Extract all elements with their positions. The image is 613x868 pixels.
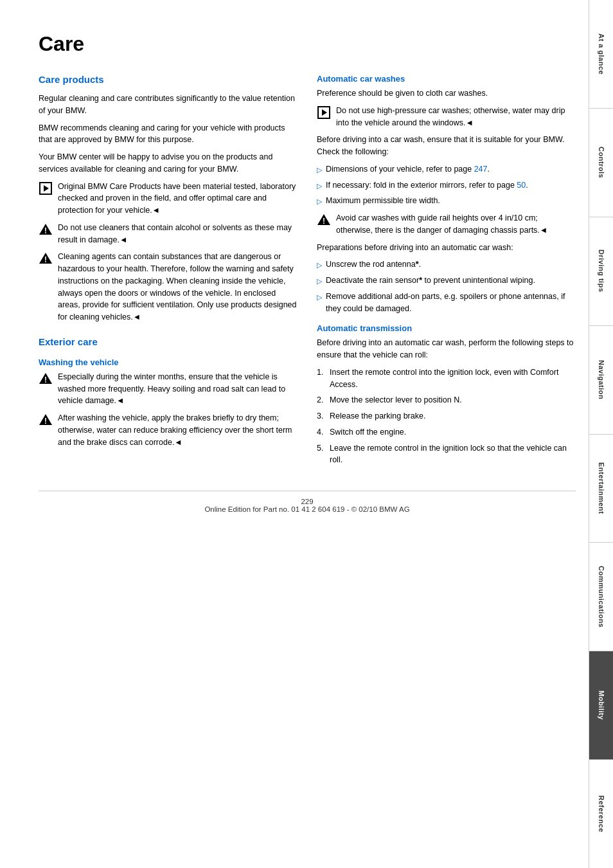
carwash-note1-text: Do not use high-pressure car washes; oth… — [336, 105, 576, 129]
prep-item1: Unscrew the rod antenna*. — [326, 258, 421, 271]
list-item: ▷ Deactivate the rain sensor* to prevent… — [317, 275, 576, 287]
care-products-body3: Your BMW center will be happy to advise … — [39, 151, 298, 176]
page-footer: 229 Online Edition for Part no. 01 41 2 … — [39, 491, 576, 513]
auto-transmission-title: Automatic transmission — [317, 323, 576, 333]
care-warning1-text: Do not use cleaners that contain alcohol… — [58, 222, 298, 246]
play-outline-icon — [39, 182, 52, 195]
sidebar-tab-controls[interactable]: Controls — [589, 109, 613, 217]
sidebar: At a glance Controls Driving tips Naviga… — [589, 0, 613, 868]
auto-carwash-body2: Before driving into a car wash, ensure t… — [317, 134, 576, 158]
carwash-note1: Do not use high-pressure car washes; oth… — [317, 105, 576, 129]
page-number: 229 — [39, 498, 576, 505]
carwash-checklist: ▷ Dimensions of your vehicle, refer to p… — [317, 163, 576, 207]
exterior-care-title: Exterior care — [39, 336, 298, 348]
bullet-arrow-icon: ▷ — [317, 165, 322, 176]
sidebar-tab-communications[interactable]: Communications — [589, 543, 613, 651]
care-warning1: ! Do not use cleaners that contain alcoh… — [39, 222, 298, 246]
warning-icon2: ! — [39, 252, 53, 264]
sidebar-tab-mobility[interactable]: Mobility — [589, 651, 613, 760]
auto-transmission-body1: Before driving into an automatic car was… — [317, 337, 576, 361]
sidebar-tab-navigation[interactable]: Navigation — [589, 326, 613, 435]
list-item: 4. Switch off the engine. — [317, 426, 576, 439]
step1-text: Insert the remote control into the ignit… — [330, 366, 576, 391]
step2-text: Move the selector lever to position N. — [330, 394, 462, 406]
svg-text:!: ! — [44, 417, 47, 426]
sidebar-tab-entertainment[interactable]: Entertainment — [589, 435, 613, 543]
washing-note2: ! After washing the vehicle, apply the b… — [39, 412, 298, 448]
bullet-arrow-icon: ▷ — [317, 276, 322, 287]
auto-carwash-body3: Preparations before driving into an auto… — [317, 242, 576, 254]
step-num: 3. — [317, 410, 326, 422]
play-icon — [39, 181, 53, 195]
play-icon2 — [317, 105, 331, 120]
carwash-prep-list: ▷ Unscrew the rod antenna*. ▷ Deactivate… — [317, 258, 576, 314]
prep-item2: Deactivate the rain sensor* to prevent u… — [326, 275, 535, 287]
step-num: 1. — [317, 366, 326, 379]
sidebar-tab-reference[interactable]: Reference — [589, 760, 613, 868]
step3-text: Release the parking brake. — [330, 410, 425, 422]
bullet-arrow-icon: ▷ — [317, 181, 322, 192]
sidebar-tab-at-a-glance[interactable]: At a glance — [589, 0, 613, 109]
svg-text:!: ! — [323, 217, 325, 226]
care-products-title: Care products — [39, 74, 298, 86]
care-warning2: ! Cleaning agents can contain substances… — [39, 251, 298, 323]
svg-text:!: ! — [44, 375, 47, 384]
carwash-warning1: ! Avoid car washes with guide rail heigh… — [317, 212, 576, 237]
washing-note2-text: After washing the vehicle, apply the bra… — [58, 412, 298, 448]
two-column-layout: Care products Regular cleaning and care … — [39, 74, 576, 471]
list-item: 1. Insert the remote control into the ig… — [317, 366, 576, 391]
ref-50[interactable]: 50 — [517, 181, 526, 190]
washing-note1-text: Especially during the winter months, ens… — [58, 371, 298, 407]
transmission-steps: 1. Insert the remote control into the ig… — [317, 366, 576, 466]
washing-note1: ! Especially during the winter months, e… — [39, 371, 298, 407]
list-item: 2. Move the selector lever to position N… — [317, 394, 576, 406]
carwash-warning1-text: Avoid car washes with guide rail heights… — [336, 212, 576, 237]
bullet-arrow-icon: ▷ — [317, 292, 322, 303]
ref-247[interactable]: 247 — [474, 165, 488, 174]
main-content: Care Care products Regular cleaning and … — [0, 0, 589, 868]
care-warning2-text: Cleaning agents can contain substances t… — [58, 251, 298, 323]
list-item: ▷ Dimensions of your vehicle, refer to p… — [317, 163, 576, 176]
care-products-body1: Regular cleaning and care contributes si… — [39, 93, 298, 117]
warning-icon4: ! — [39, 413, 53, 426]
svg-text:!: ! — [44, 255, 47, 264]
washing-vehicle-title: Washing the vehicle — [39, 357, 298, 367]
list-item: 5. Leave the remote control in the ignit… — [317, 442, 576, 467]
care-note1-text: Original BMW Care Products have been mat… — [58, 181, 298, 217]
step-num: 5. — [317, 442, 326, 455]
page-title: Care — [39, 32, 576, 56]
checklist-item2: If necessary: fold in the exterior mirro… — [326, 179, 528, 192]
warning-icon3: ! — [39, 372, 53, 384]
play-outline-icon2 — [317, 106, 330, 119]
checklist-item3: Maximum permissible tire width. — [326, 195, 440, 207]
svg-text:!: ! — [44, 226, 47, 235]
auto-carwash-title: Automatic car washes — [317, 74, 576, 84]
auto-carwash-body1: Preference should be given to cloth car … — [317, 87, 576, 100]
sidebar-tab-driving-tips[interactable]: Driving tips — [589, 217, 613, 326]
list-item: ▷ Unscrew the rod antenna*. — [317, 258, 576, 271]
left-column: Care products Regular cleaning and care … — [39, 74, 298, 471]
care-products-body2: BMW recommends cleaning and caring for y… — [39, 122, 298, 147]
list-item: ▷ If necessary: fold in the exterior mir… — [317, 179, 576, 192]
right-column: Automatic car washes Preference should b… — [317, 74, 576, 471]
prep-item3: Remove additional add-on parts, e.g. spo… — [326, 291, 576, 315]
step4-text: Switch off the engine. — [330, 426, 406, 439]
care-note1: Original BMW Care Products have been mat… — [39, 181, 298, 217]
list-item: 3. Release the parking brake. — [317, 410, 576, 422]
warning-icon1: ! — [39, 223, 53, 235]
bullet-arrow-icon: ▷ — [317, 196, 322, 207]
footer-text: Online Edition for Part no. 01 41 2 604 … — [39, 505, 576, 513]
step5-text: Leave the remote control in the ignition… — [330, 442, 576, 467]
checklist-item1: Dimensions of your vehicle, refer to pag… — [326, 163, 490, 176]
warning-icon5: ! — [317, 213, 331, 226]
list-item: ▷ Maximum permissible tire width. — [317, 195, 576, 207]
bullet-arrow-icon: ▷ — [317, 260, 322, 271]
step-num: 2. — [317, 394, 326, 406]
step-num: 4. — [317, 426, 326, 439]
list-item: ▷ Remove additional add-on parts, e.g. s… — [317, 291, 576, 315]
